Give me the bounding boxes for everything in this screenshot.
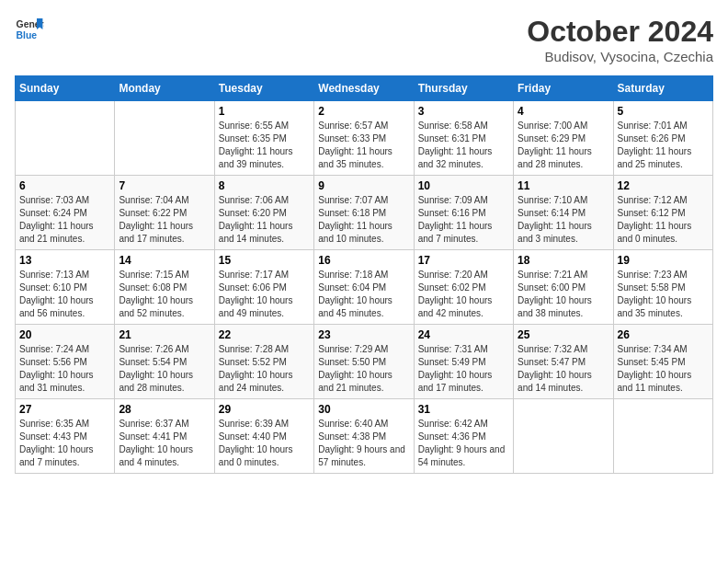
- day-number: 11: [518, 179, 609, 192]
- day-number: 14: [119, 254, 210, 267]
- header-tuesday: Tuesday: [214, 76, 313, 101]
- calendar-cell: 21Sunrise: 7:26 AM Sunset: 5:54 PM Dayli…: [115, 325, 214, 399]
- day-info: Sunrise: 7:23 AM Sunset: 5:58 PM Dayligh…: [618, 269, 709, 320]
- day-info: Sunrise: 7:12 AM Sunset: 6:12 PM Dayligh…: [618, 194, 709, 246]
- week-row-1: 6Sunrise: 7:03 AM Sunset: 6:24 PM Daylig…: [16, 176, 713, 250]
- day-number: 5: [618, 105, 709, 118]
- day-number: 9: [318, 179, 409, 192]
- calendar-cell: 2Sunrise: 6:57 AM Sunset: 6:33 PM Daylig…: [314, 101, 414, 176]
- calendar-body: 1Sunrise: 6:55 AM Sunset: 6:35 PM Daylig…: [16, 101, 713, 474]
- day-info: Sunrise: 6:35 AM Sunset: 4:43 PM Dayligh…: [19, 418, 110, 469]
- calendar-cell: [115, 101, 214, 176]
- day-info: Sunrise: 7:00 AM Sunset: 6:29 PM Dayligh…: [518, 120, 609, 171]
- day-info: Sunrise: 7:07 AM Sunset: 6:18 PM Dayligh…: [318, 194, 409, 246]
- calendar-cell: 24Sunrise: 7:31 AM Sunset: 5:49 PM Dayli…: [414, 325, 513, 399]
- day-info: Sunrise: 7:13 AM Sunset: 6:10 PM Dayligh…: [19, 269, 110, 320]
- day-number: 23: [318, 328, 409, 341]
- day-number: 16: [318, 254, 409, 267]
- day-info: Sunrise: 6:58 AM Sunset: 6:31 PM Dayligh…: [418, 120, 509, 171]
- day-number: 26: [618, 328, 709, 341]
- day-number: 2: [318, 105, 409, 118]
- calendar-cell: 30Sunrise: 6:40 AM Sunset: 4:38 PM Dayli…: [314, 399, 414, 474]
- day-number: 27: [19, 403, 110, 416]
- day-number: 21: [119, 328, 210, 341]
- calendar-cell: 12Sunrise: 7:12 AM Sunset: 6:12 PM Dayli…: [613, 176, 712, 250]
- week-row-3: 20Sunrise: 7:24 AM Sunset: 5:56 PM Dayli…: [16, 325, 713, 399]
- day-number: 19: [618, 254, 709, 267]
- day-info: Sunrise: 7:10 AM Sunset: 6:14 PM Dayligh…: [518, 194, 609, 246]
- calendar-cell: 27Sunrise: 6:35 AM Sunset: 4:43 PM Dayli…: [16, 399, 115, 474]
- day-info: Sunrise: 7:28 AM Sunset: 5:52 PM Dayligh…: [219, 343, 310, 395]
- day-info: Sunrise: 7:18 AM Sunset: 6:04 PM Dayligh…: [318, 269, 409, 320]
- title-block: October 2024 Budisov, Vysocina, Czechia: [527, 15, 713, 64]
- calendar-cell: 5Sunrise: 7:01 AM Sunset: 6:26 PM Daylig…: [613, 101, 712, 176]
- calendar-cell: 31Sunrise: 6:42 AM Sunset: 4:36 PM Dayli…: [414, 399, 513, 474]
- calendar-cell: 11Sunrise: 7:10 AM Sunset: 6:14 PM Dayli…: [514, 176, 613, 250]
- calendar-cell: 18Sunrise: 7:21 AM Sunset: 6:00 PM Dayli…: [514, 250, 613, 325]
- day-number: 8: [219, 179, 310, 192]
- header-friday: Friday: [514, 76, 613, 101]
- day-info: Sunrise: 7:29 AM Sunset: 5:50 PM Dayligh…: [318, 343, 409, 395]
- calendar-cell: 3Sunrise: 6:58 AM Sunset: 6:31 PM Daylig…: [414, 101, 513, 176]
- day-number: 28: [119, 403, 210, 416]
- header-saturday: Saturday: [613, 76, 712, 101]
- calendar-cell: 20Sunrise: 7:24 AM Sunset: 5:56 PM Dayli…: [16, 325, 115, 399]
- day-info: Sunrise: 6:57 AM Sunset: 6:33 PM Dayligh…: [318, 120, 409, 171]
- month-title: October 2024: [527, 15, 713, 49]
- calendar-cell: [16, 101, 115, 176]
- calendar-cell: 17Sunrise: 7:20 AM Sunset: 6:02 PM Dayli…: [414, 250, 513, 325]
- day-number: 30: [318, 403, 409, 416]
- header-monday: Monday: [115, 76, 214, 101]
- header-sunday: Sunday: [16, 76, 115, 101]
- calendar-cell: 15Sunrise: 7:17 AM Sunset: 6:06 PM Dayli…: [214, 250, 313, 325]
- header-thursday: Thursday: [414, 76, 513, 101]
- calendar-cell: 14Sunrise: 7:15 AM Sunset: 6:08 PM Dayli…: [115, 250, 214, 325]
- calendar-cell: 26Sunrise: 7:34 AM Sunset: 5:45 PM Dayli…: [613, 325, 712, 399]
- day-info: Sunrise: 7:17 AM Sunset: 6:06 PM Dayligh…: [219, 269, 310, 320]
- svg-text:Blue: Blue: [17, 30, 38, 40]
- day-info: Sunrise: 7:06 AM Sunset: 6:20 PM Dayligh…: [219, 194, 310, 246]
- day-number: 4: [518, 105, 609, 118]
- calendar-cell: 16Sunrise: 7:18 AM Sunset: 6:04 PM Dayli…: [314, 250, 414, 325]
- day-info: Sunrise: 6:37 AM Sunset: 4:41 PM Dayligh…: [119, 418, 210, 469]
- calendar-header: SundayMondayTuesdayWednesdayThursdayFrid…: [16, 76, 713, 101]
- calendar-cell: 13Sunrise: 7:13 AM Sunset: 6:10 PM Dayli…: [16, 250, 115, 325]
- logo: General Blue: [15, 15, 44, 44]
- day-info: Sunrise: 7:04 AM Sunset: 6:22 PM Dayligh…: [119, 194, 210, 246]
- header-row: SundayMondayTuesdayWednesdayThursdayFrid…: [16, 76, 713, 101]
- header-wednesday: Wednesday: [314, 76, 414, 101]
- day-number: 6: [19, 179, 110, 192]
- calendar-cell: 7Sunrise: 7:04 AM Sunset: 6:22 PM Daylig…: [115, 176, 214, 250]
- day-number: 15: [219, 254, 310, 267]
- calendar-cell: 23Sunrise: 7:29 AM Sunset: 5:50 PM Dayli…: [314, 325, 414, 399]
- calendar-cell: 29Sunrise: 6:39 AM Sunset: 4:40 PM Dayli…: [214, 399, 313, 474]
- day-number: 20: [19, 328, 110, 341]
- day-info: Sunrise: 7:26 AM Sunset: 5:54 PM Dayligh…: [119, 343, 210, 395]
- day-number: 12: [618, 179, 709, 192]
- week-row-4: 27Sunrise: 6:35 AM Sunset: 4:43 PM Dayli…: [16, 399, 713, 474]
- day-info: Sunrise: 6:55 AM Sunset: 6:35 PM Dayligh…: [219, 120, 310, 171]
- calendar-cell: 1Sunrise: 6:55 AM Sunset: 6:35 PM Daylig…: [214, 101, 313, 176]
- day-number: 24: [418, 328, 509, 341]
- day-number: 22: [219, 328, 310, 341]
- day-info: Sunrise: 7:24 AM Sunset: 5:56 PM Dayligh…: [19, 343, 110, 395]
- day-info: Sunrise: 7:03 AM Sunset: 6:24 PM Dayligh…: [19, 194, 110, 246]
- day-info: Sunrise: 6:42 AM Sunset: 4:36 PM Dayligh…: [418, 418, 509, 469]
- calendar-cell: 25Sunrise: 7:32 AM Sunset: 5:47 PM Dayli…: [514, 325, 613, 399]
- calendar-cell: [613, 399, 712, 474]
- week-row-0: 1Sunrise: 6:55 AM Sunset: 6:35 PM Daylig…: [16, 101, 713, 176]
- day-info: Sunrise: 7:21 AM Sunset: 6:00 PM Dayligh…: [518, 269, 609, 320]
- location-subtitle: Budisov, Vysocina, Czechia: [527, 49, 713, 64]
- day-info: Sunrise: 7:32 AM Sunset: 5:47 PM Dayligh…: [518, 343, 609, 395]
- day-number: 13: [19, 254, 110, 267]
- day-number: 10: [418, 179, 509, 192]
- day-info: Sunrise: 7:15 AM Sunset: 6:08 PM Dayligh…: [119, 269, 210, 320]
- day-info: Sunrise: 6:40 AM Sunset: 4:38 PM Dayligh…: [318, 418, 409, 469]
- day-info: Sunrise: 7:34 AM Sunset: 5:45 PM Dayligh…: [618, 343, 709, 395]
- calendar-cell: 8Sunrise: 7:06 AM Sunset: 6:20 PM Daylig…: [214, 176, 313, 250]
- day-info: Sunrise: 7:31 AM Sunset: 5:49 PM Dayligh…: [418, 343, 509, 395]
- day-number: 17: [418, 254, 509, 267]
- day-info: Sunrise: 6:39 AM Sunset: 4:40 PM Dayligh…: [219, 418, 310, 469]
- day-number: 31: [418, 403, 509, 416]
- logo-icon: General Blue: [15, 15, 44, 44]
